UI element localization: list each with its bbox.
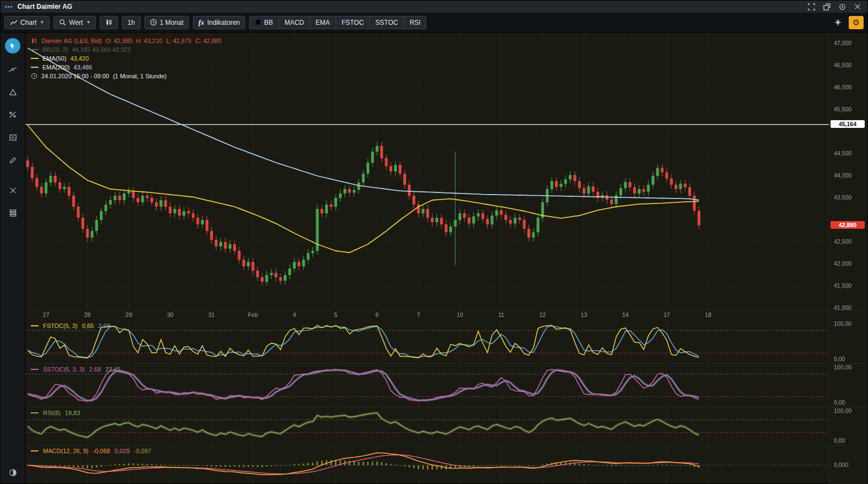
favorite-macd[interactable]: MACD (279, 17, 310, 29)
line-chart-icon (10, 19, 18, 26)
rsi-axis[interactable]: 100,000,00 (829, 407, 867, 445)
chevron-down-icon: ▼ (40, 20, 44, 25)
gear-icon: ⚙ (853, 18, 860, 28)
candlestick-icon (31, 37, 37, 44)
tools-icon[interactable] (6, 184, 19, 197)
candle-style-button[interactable] (100, 16, 118, 29)
indicators-label: Indikatoren (207, 19, 240, 26)
close-icon[interactable] (852, 2, 863, 11)
instrument-legend[interactable]: Daimler AG (L&S, Bid) O: 42,980 H: 43,21… (31, 36, 222, 45)
macd-axis[interactable]: 0,000 (829, 445, 867, 484)
favorite-ema[interactable]: EMA (310, 17, 336, 29)
timeframe-value: (1 Monat, 1 Stunde) (113, 73, 166, 79)
templates-icon[interactable] (6, 206, 19, 219)
app-window: ••• Chart Daimler AG Chart ▼ Wert ▼ (0, 0, 868, 484)
drawing-toolbar (1, 33, 25, 483)
rsi-chart[interactable] (25, 407, 829, 445)
bb-swatch (31, 49, 39, 50)
close-value: 42,880 (203, 37, 222, 44)
fstoc-chart[interactable] (25, 320, 829, 363)
rsi-swatch (31, 412, 39, 413)
rsi-band (28, 413, 699, 437)
ema50-line (28, 125, 699, 252)
chart-type-label: Chart (20, 19, 36, 26)
macd-legend[interactable]: MACD(12, 26, 9) -0,068 0,029 -0,097 (31, 448, 151, 454)
settings-button[interactable]: ⚙ (849, 16, 864, 29)
sstoc-axis[interactable]: 100,000,00 (829, 364, 867, 407)
favorite-rsi[interactable]: RSI (404, 17, 426, 29)
chart-type-button[interactable]: Chart ▼ (4, 16, 50, 29)
symbol-search-label: Wert (69, 19, 83, 26)
chart-area: 47,00046,50046,00045,50044,50044,00043,5… (25, 33, 867, 483)
period-label: 1 Monat (160, 19, 184, 26)
period-button[interactable]: 1 Monat (144, 16, 189, 29)
chart-legend: Daimler AG (L&S, Bid) O: 42,980 H: 43,21… (31, 36, 222, 80)
toolbar: Chart ▼ Wert ▼ 1h 1 Monat fx Indikatoren… (1, 13, 867, 33)
trendline-tool-icon[interactable] (6, 63, 19, 76)
symbol-search-button[interactable]: Wert ▼ (53, 16, 96, 29)
sstoc-chart[interactable] (25, 364, 829, 407)
ema50-swatch (31, 58, 39, 59)
interval-button[interactable]: 1h (122, 16, 140, 29)
clock-icon (31, 73, 37, 79)
workspace-icon[interactable] (831, 16, 845, 29)
favorite-bb[interactable]: BB (250, 17, 279, 29)
macd-pane: 0,000 MACD(12, 26, 9) -0,068 0,029 -0,09… (25, 445, 867, 484)
price-axis[interactable]: 47,00046,50046,00045,50044,50044,00043,5… (829, 33, 867, 310)
ema200-swatch (31, 67, 39, 68)
open-value: 42,980 (114, 37, 132, 44)
macd-swatch (31, 450, 39, 451)
widget-menu-icon[interactable]: ••• (5, 3, 13, 10)
pattern-tool-icon[interactable] (6, 131, 19, 144)
window-title: Chart Daimler AG (18, 3, 73, 10)
interval-label: 1h (127, 19, 134, 26)
ema200-legend[interactable]: EMA(200) 43,486 (31, 63, 222, 72)
sstoc-d-band (28, 370, 699, 401)
pointer-tool-icon[interactable] (5, 38, 20, 53)
clock-icon (150, 19, 157, 26)
rsi-legend[interactable]: RSI(8) 19,83 (31, 410, 80, 416)
candlestick-series (26, 142, 700, 286)
fstoc-axis[interactable]: 100,000,00 (829, 320, 867, 363)
time-axis[interactable]: 2728293031Feb456710111213141718 (25, 310, 867, 320)
favorite-indicators: BB MACD EMA FSTOC SSTOC RSI (249, 16, 427, 29)
price-pane: 47,00046,50046,00045,50044,50044,00043,5… (25, 33, 867, 310)
fstoc-pane: 100,000,00 FSTOC(5, 3) 0,65 2,68 (25, 320, 867, 363)
annotation-tool-icon[interactable] (6, 153, 19, 166)
favorite-sstoc[interactable]: SSTOC (370, 17, 404, 29)
rsi-line (28, 413, 699, 437)
fx-icon: fx (198, 18, 204, 27)
theme-toggle-icon[interactable] (6, 466, 19, 479)
timerange-legend: 24.01.2020 15:00 - 09:00 (1 Monat, 1 Stu… (31, 72, 222, 80)
rsi-pane: 100,000,00 RSI(8) 19,83 (25, 407, 867, 445)
fullscreen-icon[interactable] (806, 2, 817, 11)
indicators-button[interactable]: fx Indikatoren (193, 16, 245, 29)
sstoc-legend[interactable]: SSTOC(5, 3, 3) 2,68 22,45 (31, 366, 121, 373)
candlestick-icon (105, 19, 112, 26)
ema50-legend[interactable]: EMA(50) 43,420 (31, 54, 222, 63)
bookmark-icon (255, 19, 261, 26)
timerange-value: 24.01.2020 15:00 - 09:00 (41, 73, 109, 79)
target-icon[interactable] (837, 2, 848, 11)
fstoc-swatch (31, 325, 39, 326)
sstoc-swatch (31, 369, 39, 370)
bb-legend[interactable]: BB(20, 2) 44,197 43,560 42,922 (31, 45, 222, 54)
shapes-tool-icon[interactable] (6, 85, 19, 99)
sstoc-pane: 100,000,00 SSTOC(5, 3, 3) 2,68 22,45 (25, 363, 867, 407)
low-value: 42,875 (173, 37, 192, 44)
instrument-name: Daimler AG (L&S, Bid) (41, 37, 101, 44)
chevron-down-icon: ▼ (86, 20, 90, 25)
fstoc-legend[interactable]: FSTOC(5, 3) 0,65 2,68 (31, 322, 110, 329)
popout-icon[interactable] (821, 2, 832, 11)
favorite-fstoc[interactable]: FSTOC (336, 17, 370, 29)
fibonacci-tool-icon[interactable] (6, 108, 19, 121)
titlebar: ••• Chart Daimler AG (1, 1, 867, 13)
search-icon (59, 19, 66, 26)
high-value: 43,210 (144, 37, 163, 44)
